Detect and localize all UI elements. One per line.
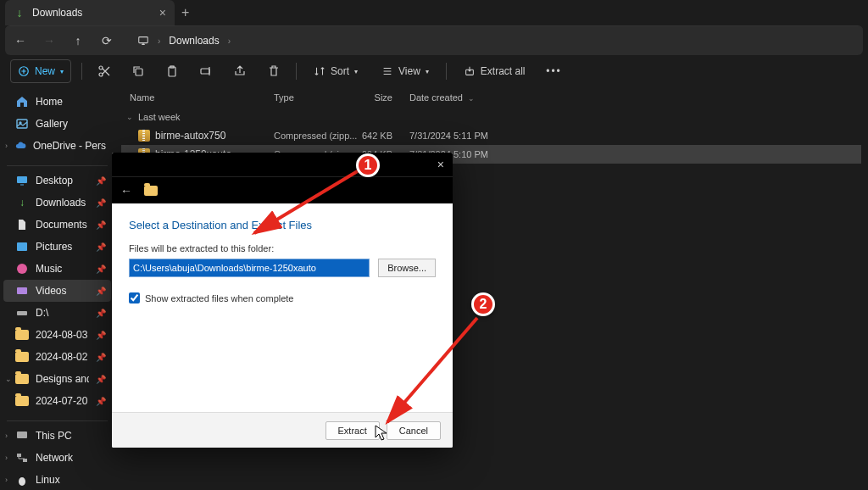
chevron-right-icon: › bbox=[5, 432, 12, 440]
new-tab-button[interactable]: + bbox=[181, 5, 189, 20]
cancel-button[interactable]: Cancel bbox=[387, 421, 441, 440]
sidebar-item-downloads[interactable]: ↓Downloads📌 bbox=[3, 192, 111, 214]
new-label: New bbox=[35, 65, 55, 77]
pin-icon: 📌 bbox=[96, 331, 106, 340]
svg-rect-18 bbox=[23, 459, 27, 462]
close-icon[interactable]: × bbox=[437, 158, 444, 171]
back-button[interactable]: ← bbox=[120, 184, 132, 198]
sidebar-item-videos[interactable]: Videos📌 bbox=[3, 280, 111, 302]
sidebar-item-this-pc[interactable]: ›This PC bbox=[3, 425, 111, 447]
show-files-checkbox-row[interactable]: Show extracted files when complete bbox=[129, 292, 436, 303]
sidebar-item-label: 2024-07-20 bbox=[36, 395, 87, 407]
sort-label: Sort bbox=[331, 65, 349, 77]
col-date[interactable]: Date created⌄ bbox=[409, 92, 861, 103]
svg-rect-5 bbox=[169, 67, 175, 76]
sidebar-item-gallery[interactable]: Gallery bbox=[3, 113, 111, 135]
browse-button[interactable]: Browse... bbox=[378, 259, 436, 277]
share-icon bbox=[233, 64, 247, 78]
tab-downloads[interactable]: ↓ Downloads × bbox=[5, 0, 175, 25]
svg-point-2 bbox=[99, 73, 103, 76]
sidebar-item-desktop[interactable]: Desktop📌 bbox=[3, 170, 111, 192]
col-size[interactable]: Size bbox=[359, 92, 409, 103]
sidebar-item-folder-2[interactable]: 2024-08-02📌 bbox=[3, 346, 111, 368]
sidebar-item-music[interactable]: Music📌 bbox=[3, 258, 111, 280]
dialog-nav: ← bbox=[112, 176, 453, 203]
breadcrumb[interactable]: Downloads bbox=[169, 35, 219, 47]
group-label: Last week bbox=[138, 112, 181, 122]
close-icon[interactable]: × bbox=[159, 6, 166, 19]
extract-label: Extract all bbox=[481, 65, 526, 77]
sort-button[interactable]: Sort ▾ bbox=[307, 59, 364, 83]
paste-button[interactable] bbox=[160, 59, 184, 83]
sidebar-item-folder-3[interactable]: ⌄Designs and Do📌 bbox=[3, 368, 111, 390]
share-button[interactable] bbox=[228, 59, 252, 83]
sidebar-item-home[interactable]: Home bbox=[3, 91, 111, 113]
file-row[interactable]: birme-autox750 Compressed (zipp... 642 K… bbox=[121, 126, 861, 145]
col-date-label: Date created bbox=[409, 92, 463, 103]
chevron-down-icon: ▾ bbox=[354, 68, 358, 75]
col-type[interactable]: Type bbox=[274, 92, 359, 103]
address-bar[interactable]: › Downloads › bbox=[137, 35, 231, 47]
copy-button[interactable] bbox=[126, 59, 150, 83]
videos-icon bbox=[15, 284, 29, 298]
sidebar-item-onedrive[interactable]: › OneDrive - Persona bbox=[3, 135, 111, 157]
sidebar-item-drive-d[interactable]: D:\📌 bbox=[3, 302, 111, 324]
svg-rect-12 bbox=[17, 242, 27, 251]
view-label: View bbox=[398, 65, 420, 77]
show-files-checkbox[interactable] bbox=[129, 292, 140, 303]
sidebar-item-label: 2024-08-02 bbox=[36, 351, 87, 363]
sidebar-item-label: Videos bbox=[36, 285, 66, 297]
rename-button[interactable] bbox=[194, 59, 218, 83]
more-button[interactable]: ••• bbox=[542, 59, 566, 83]
col-name[interactable]: Name bbox=[121, 92, 274, 103]
sidebar-item-linux[interactable]: ›Linux bbox=[3, 469, 111, 490]
clipboard-icon bbox=[165, 64, 179, 78]
pin-icon: 📌 bbox=[96, 309, 106, 318]
svg-rect-11 bbox=[17, 176, 27, 183]
sidebar-item-label: Pictures bbox=[36, 241, 72, 253]
back-button[interactable]: ← bbox=[14, 34, 27, 47]
view-button[interactable]: View ▾ bbox=[375, 59, 436, 83]
tab-title: Downloads bbox=[32, 7, 153, 19]
up-button[interactable]: ↑ bbox=[71, 34, 85, 47]
extract-button[interactable]: Extract bbox=[326, 421, 380, 440]
ellipsis-icon: ••• bbox=[546, 65, 562, 77]
group-last-week[interactable]: ⌄Last week bbox=[121, 108, 861, 126]
copy-icon bbox=[131, 64, 145, 78]
pin-icon: 📌 bbox=[96, 287, 106, 296]
sidebar-item-network[interactable]: ›Network bbox=[3, 447, 111, 469]
extract-all-button[interactable]: Extract all bbox=[457, 59, 532, 83]
destination-path-input[interactable]: C:\Users\abuja\Downloads\birme-1250xauto bbox=[129, 259, 370, 277]
dialog-subtitle: Files will be extracted to this folder: bbox=[129, 243, 436, 253]
sidebar-item-label: Downloads bbox=[36, 197, 86, 209]
new-button[interactable]: New ▾ bbox=[10, 59, 71, 83]
drive-icon bbox=[15, 306, 29, 320]
chevron-right-icon: › bbox=[5, 476, 12, 484]
pin-icon: 📌 bbox=[96, 264, 106, 274]
network-icon bbox=[15, 451, 29, 465]
sidebar-item-folder-1[interactable]: 2024-08-03📌 bbox=[3, 324, 111, 346]
sidebar-item-label: Linux bbox=[36, 474, 60, 486]
svg-rect-14 bbox=[17, 287, 27, 294]
svg-rect-0 bbox=[139, 37, 148, 43]
sidebar-item-documents[interactable]: Documents📌 bbox=[3, 214, 111, 236]
sidebar-item-folder-4[interactable]: 2024-07-20📌 bbox=[3, 390, 111, 412]
chevron-right-icon: › bbox=[5, 454, 12, 462]
forward-button[interactable]: → bbox=[42, 34, 56, 47]
svg-rect-16 bbox=[17, 432, 27, 438]
pc-icon bbox=[15, 429, 29, 443]
delete-button[interactable] bbox=[262, 59, 286, 83]
dialog-title: Select a Destination and Extract Files bbox=[129, 219, 436, 231]
refresh-button[interactable]: ⟳ bbox=[100, 34, 114, 47]
svg-point-13 bbox=[17, 264, 27, 274]
pin-icon: 📌 bbox=[96, 353, 106, 362]
sidebar-item-pictures[interactable]: Pictures📌 bbox=[3, 236, 111, 258]
chevron-right-icon: › bbox=[5, 142, 12, 150]
dialog-footer: Extract Cancel bbox=[112, 412, 453, 448]
sidebar-item-label: Gallery bbox=[36, 118, 68, 130]
svg-rect-17 bbox=[17, 454, 21, 457]
sidebar-item-label: Desktop bbox=[36, 175, 73, 187]
pin-icon: 📌 bbox=[96, 176, 106, 186]
chevron-right-icon: › bbox=[228, 36, 231, 46]
cut-button[interactable] bbox=[92, 59, 116, 83]
